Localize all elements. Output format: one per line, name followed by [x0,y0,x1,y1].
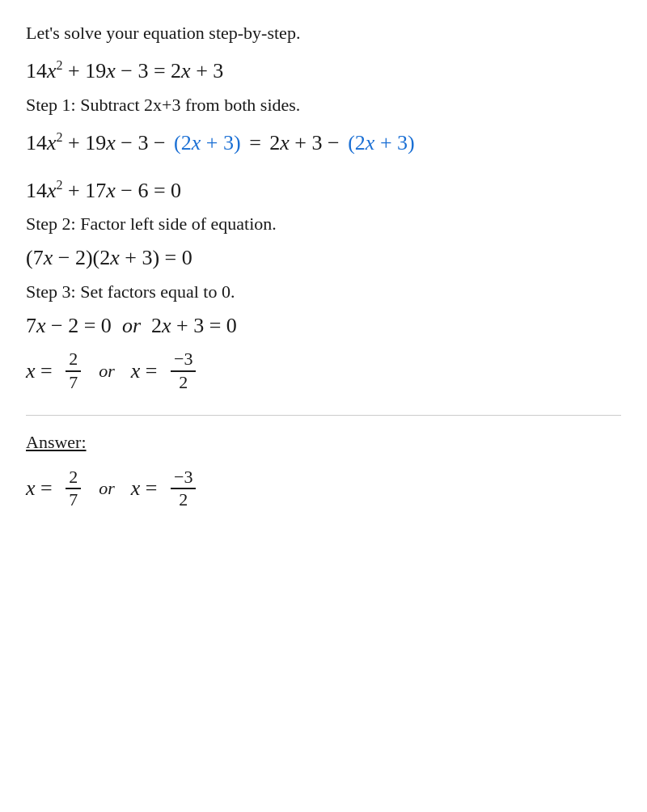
original-eq-text: 14x2 + 19x − 3 = 2x + 3 [26,58,223,83]
step3-label: Step 3: Set factors equal to 0. [26,281,621,302]
ans-x1-label: x = [26,476,57,501]
sol-x1-fraction: 2 7 [66,349,81,391]
sol-x1-denominator: 7 [66,372,81,392]
ans-x1-fraction: 2 7 [66,467,81,510]
ans-x2-denominator: 2 [175,489,191,510]
sol-x1-numerator: 2 [66,349,81,371]
answer-row: x = 2 7 or x = −3 2 [26,467,621,510]
step3-equation: 7x − 2 = 0 or 2x + 3 = 0 [26,314,621,338]
sol-x2-denominator: 2 [175,372,191,392]
step1-right-plain: 2x + 3 − [269,127,345,159]
intro-text: Let's solve your equation step-by-step. [26,23,621,44]
step2-equation: (7x − 2)(2x + 3) = 0 [26,246,621,270]
step1-equation: 14x2 + 19x − 3 − (2x + 3) = 2x + 3 − (2x… [26,127,621,159]
ans-x2-fraction: −3 2 [171,467,196,510]
ans-x1-numerator: 2 [66,467,81,489]
sol-x2-fraction: −3 2 [171,349,196,391]
ans-x1-denominator: 7 [66,489,81,510]
step2-eq-text: (7x − 2)(2x + 3) = 0 [26,246,192,270]
answer-label: Answer: [26,432,621,453]
step3-eq-text: 7x − 2 = 0 or 2x + 3 = 0 [26,314,237,338]
sol-x2-numerator: −3 [171,349,196,371]
step1-eq-sign: = [244,127,267,159]
sol-or: or [99,361,115,382]
solutions-row: x = 2 7 or x = −3 2 [26,349,621,391]
section-divider [26,415,621,416]
step1-label: Step 1: Subtract 2x+3 from both sides. [26,95,621,116]
simplified1-text: 14x2 + 17x − 6 = 0 [26,178,181,203]
ans-x2-numerator: −3 [171,467,196,489]
simplified1-equation: 14x2 + 17x − 6 = 0 [26,178,621,203]
step2-label: Step 2: Factor left side of equation. [26,214,621,235]
original-equation: 14x2 + 19x − 3 = 2x + 3 [26,58,621,83]
step1-left-blue: (2x + 3) [174,127,241,159]
step1-right-blue: (2x + 3) [348,127,415,159]
ans-x2-label: x = [131,476,163,501]
sol-x2-label: x = [131,359,163,383]
sol-x1-label: x = [26,359,57,383]
step1-left-plain: 14x2 + 19x − 3 − [26,127,171,159]
ans-or: or [99,478,115,499]
